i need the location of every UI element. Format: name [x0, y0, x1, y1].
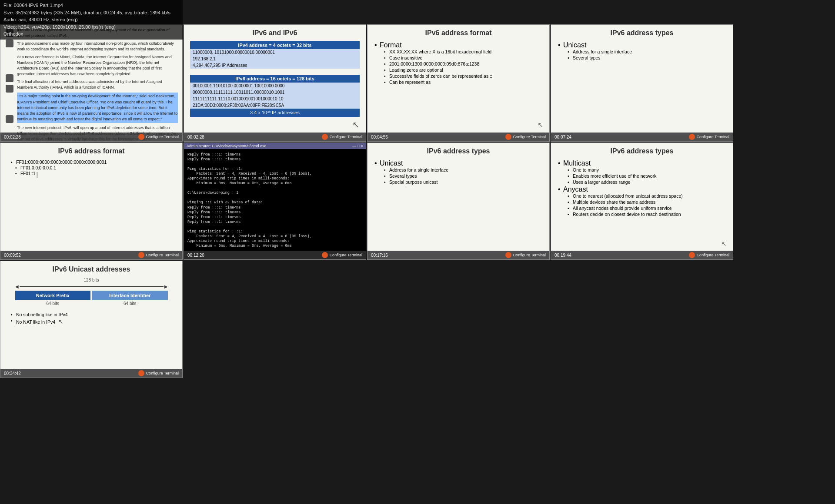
- ipv6-count: 3.4 x 10³⁸ IP addresses: [190, 109, 360, 117]
- cell8-item9: Routers decide on closest device to reac…: [563, 212, 727, 217]
- cell4-brand: Configure Terminal: [689, 134, 729, 140]
- cell9-timestamp: 00:34:42: [4, 371, 21, 376]
- cell2-title: IPv6 and IPv6: [190, 29, 360, 37]
- cell-7: IPv6 address types Unicast Address for a…: [367, 143, 550, 260]
- cursor5-icon: ↖: [58, 318, 63, 325]
- cell2-content: IPv6 and IPv6 IPv4 address = 4 octets = …: [184, 25, 366, 141]
- ipv4-row3: 4,294,467,295 IP Addresses: [190, 62, 360, 69]
- cell5-footer: 00:09:52 Configure Terminal: [0, 251, 182, 259]
- cell7-title: IPv6 address types: [374, 147, 543, 155]
- ipv6-row2: 00000000.11111111.10011011.00000010.1001: [190, 89, 360, 96]
- box2-bits: 64 bits: [92, 301, 168, 306]
- cell3-timestamp: 00:04:56: [371, 135, 388, 139]
- cell7-sub: Address for a single interface Several t…: [380, 167, 543, 185]
- cell5-item3: FF01::1 |: [7, 171, 176, 176]
- cell8-item5: Anycast One to nearest (allocated from u…: [557, 186, 727, 217]
- cell-4: IPv6 address types Unicast Address for a…: [551, 24, 733, 142]
- ipv4-row2: 192.168.2.1: [190, 56, 360, 62]
- cell1-para4: The final allocation of Internet address…: [17, 79, 178, 90]
- cell8-item8: All anycast nodes should provide uniform…: [563, 206, 727, 211]
- cell-1: Internet is now dependent on the success…: [0, 24, 183, 142]
- video-grid: Internet is now dependent on the success…: [0, 24, 835, 378]
- cell9-title: IPv6 Unicast addresses: [7, 265, 176, 273]
- cell1-content: Internet is now dependent on the success…: [0, 25, 182, 141]
- cell9-notes: No subnetting like in IPv4 No NAT like i…: [7, 312, 176, 325]
- cell1-brand: Configure Terminal: [138, 134, 179, 140]
- cell7-brand: Configure Terminal: [505, 252, 546, 258]
- cell1-footer: 00:02:28 Configure Terminal: [0, 133, 182, 141]
- unicast-arrow-row: ◀ ▶: [15, 284, 168, 289]
- cell4-list: Unicast Address for a single interface S…: [557, 41, 727, 60]
- cell9-brand: Configure Terminal: [138, 370, 179, 376]
- cell9-note1: No subnetting like in IPv4: [7, 312, 176, 317]
- cell8-item4: Uses a larger address range: [563, 179, 727, 185]
- brand-logo-4: [689, 134, 695, 140]
- ipv4-table: IPv4 address = 4 octets = 32 bits 110000…: [190, 41, 360, 69]
- cell3-item2: XX:XX:XX:XX where X is a 16bit hexadecim…: [380, 49, 543, 54]
- brand-logo-7: [505, 252, 511, 258]
- unicast-bits-row: 64 bits 64 bits: [15, 301, 168, 306]
- cell4-content: IPv6 address types Unicast Address for a…: [551, 25, 733, 141]
- cell4-item1: Unicast Address for a single interface S…: [557, 41, 727, 60]
- cell4-item3: Several types: [563, 55, 727, 60]
- cursor4-icon: ↖: [721, 240, 727, 247]
- interface-id-box: Interface Identifier: [92, 291, 168, 300]
- cell3-item3: Case insensitive: [380, 55, 543, 60]
- brand-logo-2: [322, 134, 328, 140]
- cell5-timestamp: 00:09:52: [4, 253, 21, 258]
- ipv4-row1: 11000000. 10101000.00000010.00000001: [190, 49, 360, 56]
- ipv6-row4: 21DA:00D3:0000:2F38:02AA:00FF:FE28:9C5A: [190, 102, 360, 109]
- cursor2-icon: ↖: [538, 121, 543, 129]
- ipv6-row3: 1111111111.11110.0010001001001000010.10: [190, 96, 360, 102]
- cell8-item2: One to many: [563, 167, 727, 172]
- cell2-footer: 00:02:28 Configure Terminal: [184, 133, 366, 141]
- ipv6-row1: 00100001.11010100.00000001.10010000.0000: [190, 83, 360, 89]
- cell4-item2: Address for a single interface: [563, 49, 727, 54]
- cell6-brand: Configure Terminal: [322, 252, 362, 258]
- cell8-timestamp: 00:19:44: [554, 253, 571, 258]
- cell3-item6: Successive fields of zeros can be repres…: [380, 73, 543, 79]
- cell1-para3: At a news conference in Miami, Florida, …: [17, 54, 178, 77]
- cell4-sub: Address for a single interface Several t…: [563, 49, 727, 60]
- cell5-sub: FF01:0:0:0:0:0:0:1 FF01::1 |: [7, 166, 176, 176]
- cell5-item1: FF01:0000:0000:0000:0000:0000:0000:0001: [7, 159, 176, 165]
- cell5-title: IPv6 address format: [7, 147, 176, 155]
- brand-logo-5: [138, 252, 144, 258]
- cell3-item4: 2001:0000:1300:0000:0000:09d0:876a:1238: [380, 61, 543, 66]
- cursor-icon: ↖: [352, 119, 360, 130]
- cell7-item8: Special purpose unicast: [380, 179, 543, 185]
- info-line5: Orthodox: [3, 30, 179, 38]
- cell8-sub1: One to many Enables more efficient use o…: [563, 167, 727, 185]
- cell8-item7: Multiple devices share the same address: [563, 199, 727, 205]
- cell7-timestamp: 00:17:16: [371, 253, 388, 258]
- brand-logo-8: [689, 252, 695, 258]
- box1-bits: 64 bits: [15, 301, 91, 306]
- unicast-line: [20, 286, 164, 287]
- cell8-title: IPv6 address types: [557, 147, 727, 155]
- brand-logo-1: [138, 134, 144, 140]
- cell8-item1: Multicast One to many Enables more effic…: [557, 159, 727, 185]
- ipv6-table: IPv6 address = 16 octets = 128 bits 0010…: [190, 75, 360, 117]
- cell3-list: Format XX:XX:XX:XX where X is a 16bit he…: [374, 41, 543, 85]
- cell8-sub2: One to nearest (allocated from unicast a…: [563, 193, 727, 217]
- ipv6-header: IPv6 address = 16 octets = 128 bits: [190, 75, 360, 83]
- cell-8: IPv6 address types Multicast One to many…: [551, 143, 733, 260]
- cell6-timestamp: 00:12:20: [187, 253, 204, 258]
- cursor3-icon: |: [36, 171, 38, 178]
- info-line1: File: 00064-IPv6 Part 1.mp4: [3, 2, 179, 9]
- cell3-sub: XX:XX:XX:XX where X is a 16bit hexadecim…: [380, 49, 543, 85]
- cell3-title: IPv6 address format: [374, 29, 543, 37]
- cell8-content: IPv6 address types Multicast One to many…: [551, 143, 733, 259]
- cell7-content: IPv6 address types Unicast Address for a…: [367, 143, 549, 259]
- cell2-brand: Configure Terminal: [322, 134, 362, 140]
- cell7-footer: 00:17:16 Configure Terminal: [367, 251, 549, 259]
- cell5-item2: FF01:0:0:0:0:0:0:1: [7, 166, 176, 170]
- cell7-item3: Several types: [380, 173, 543, 179]
- cell3-content: IPv6 address format Format XX:XX:XX:XX w…: [367, 25, 549, 141]
- cell2-timestamp: 00:02:28: [187, 135, 204, 139]
- brand-logo-6: [322, 252, 328, 258]
- ipv4-header: IPv4 address = 4 octets = 32 bits: [190, 41, 360, 49]
- cell3-item5: Leading zeros are optional: [380, 67, 543, 73]
- cell-6: Administrator: C:\Windows\system32\cmd.e…: [184, 143, 366, 260]
- cell3-item1: Format XX:XX:XX:XX where X is a 16bit he…: [374, 41, 543, 85]
